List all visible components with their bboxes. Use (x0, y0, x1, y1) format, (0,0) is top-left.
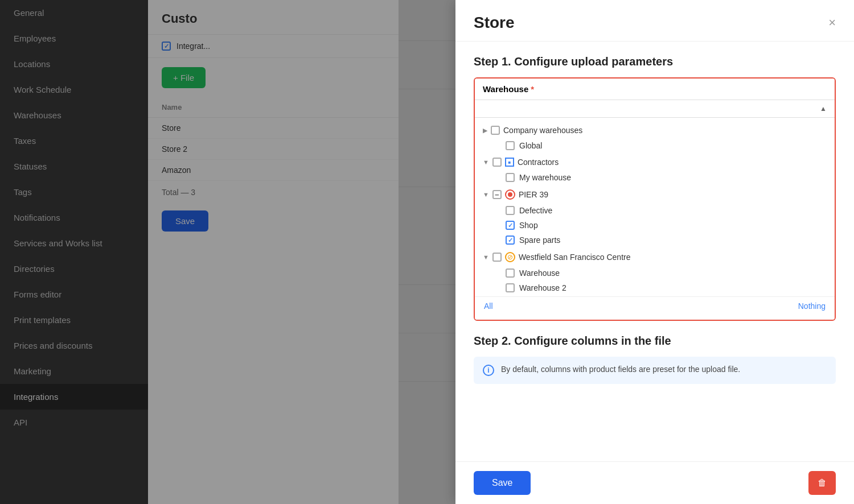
modal-header: Store × (455, 0, 854, 42)
warehouse2-checkbox[interactable] (506, 283, 515, 292)
warehouse-label: Warehouse * (475, 79, 835, 100)
step2-title: Step 2. Configure columns in the file (474, 334, 836, 348)
spareparts-label: Spare parts (519, 236, 560, 245)
warehouse-section: Warehouse * ▲ ▶ Company warehouses (474, 77, 836, 321)
warehouse-checkbox[interactable] (506, 268, 515, 278)
global-checkbox[interactable] (506, 141, 515, 150)
chevron-down-westfield-icon: ▼ (483, 254, 489, 261)
chevron-up-icon: ▲ (820, 105, 827, 113)
mywarehouse-label: My warehouse (519, 173, 571, 182)
pier39-label: PIER 39 (519, 190, 548, 199)
tree-parent-pier39[interactable]: ▼ PIER 39 (475, 186, 835, 203)
company-label: Company warehouses (503, 126, 582, 135)
modal-body: Step 1. Configure upload parameters Ware… (455, 42, 854, 461)
tree-footer: All Nothing (475, 296, 835, 315)
step1-title: Step 1. Configure upload parameters (474, 55, 836, 68)
select-all-button[interactable]: All (484, 301, 493, 311)
tree-child-warehouse[interactable]: Warehouse (498, 266, 835, 280)
contractors-label: Contractors (518, 158, 559, 167)
shop-label: Shop (519, 221, 538, 230)
westfield-checkbox[interactable] (492, 253, 502, 262)
tree-child-global[interactable]: Global (498, 138, 835, 153)
tree-child-mywarehouse[interactable]: My warehouse (498, 170, 835, 185)
tree-parent-company[interactable]: ▶ Company warehouses (475, 122, 835, 138)
tree-parent-westfield[interactable]: ▼ Westfield San Francisco Centre (475, 249, 835, 266)
company-children: Global (475, 138, 835, 153)
modal-title: Store (474, 14, 515, 32)
tree-parent-contractors[interactable]: ▼ Contractors (475, 154, 835, 170)
select-nothing-button[interactable]: Nothing (798, 301, 826, 311)
chevron-down-pier39-icon: ▼ (483, 191, 489, 198)
modal-save-button[interactable]: Save (474, 471, 531, 495)
store-modal: Store × Step 1. Configure upload paramet… (455, 0, 854, 504)
info-icon: i (483, 365, 494, 376)
required-marker: * (531, 84, 534, 94)
westfield-label: Westfield San Francisco Centre (519, 253, 631, 262)
pier39-checkbox[interactable] (492, 190, 502, 199)
company-checkbox[interactable] (491, 126, 500, 135)
global-label: Global (519, 141, 542, 150)
warehouse-dropdown-header[interactable]: ▲ (475, 100, 835, 118)
tree-child-defective[interactable]: Defective (498, 203, 835, 218)
contractors-children: My warehouse (475, 170, 835, 185)
contractors-checkbox[interactable] (492, 158, 502, 167)
modal-delete-button[interactable]: 🗑 (808, 471, 836, 495)
tree-child-shop[interactable]: Shop (498, 218, 835, 233)
westfield-children: Warehouse Warehouse 2 (475, 266, 835, 295)
tree-child-spareparts[interactable]: Spare parts (498, 233, 835, 247)
mywarehouse-checkbox[interactable] (506, 173, 515, 182)
tree-child-warehouse2[interactable]: Warehouse 2 (498, 280, 835, 295)
westfield-status-icon (505, 252, 515, 262)
chevron-right-icon: ▶ (483, 127, 487, 134)
warehouse-label-text: Warehouse (483, 84, 528, 94)
warehouse2-label: Warehouse 2 (519, 283, 566, 292)
contractors-status-icon (505, 158, 514, 167)
chevron-down-icon: ▼ (483, 159, 489, 166)
info-box: i By default, columns with product field… (474, 357, 836, 384)
tree-group-company: ▶ Company warehouses Global (475, 122, 835, 153)
warehouse-label-text: Warehouse (519, 268, 560, 278)
defective-checkbox[interactable] (506, 206, 515, 215)
tree-group-pier39: ▼ PIER 39 Defective Shop (475, 186, 835, 247)
tree-group-westfield: ▼ Westfield San Francisco Centre Warehou… (475, 249, 835, 295)
tree-group-contractors: ▼ Contractors My warehouse (475, 154, 835, 185)
warehouse-tree: ▶ Company warehouses Global ▼ (475, 118, 835, 320)
info-text: By default, columns with product fields … (501, 365, 740, 374)
pier39-status-icon (505, 189, 515, 200)
defective-label: Defective (519, 206, 552, 215)
spareparts-checkbox[interactable] (506, 236, 515, 245)
modal-close-button[interactable]: × (828, 15, 836, 30)
modal-footer: Save 🗑 (455, 461, 854, 504)
shop-checkbox[interactable] (506, 221, 515, 230)
pier39-children: Defective Shop Spare parts (475, 203, 835, 247)
